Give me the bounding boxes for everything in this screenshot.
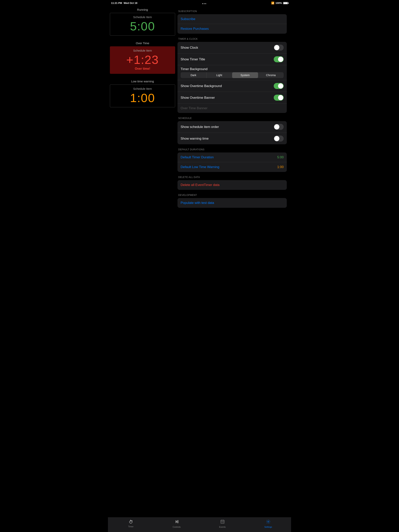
default-timer-duration-value: 5:00 (277, 155, 284, 159)
left-panel: Running Schedule Item 5:00 Over Time Sch… (110, 6, 175, 225)
status-bar-right: 📶 100% (271, 1, 288, 5)
overtime-item-name: Schedule Item (112, 49, 173, 52)
show-overtime-background-row: Show Overtime Background (178, 80, 287, 92)
segment-dark[interactable]: Dark (180, 72, 206, 78)
show-warning-time-row: Show warning time (178, 133, 287, 144)
default-timer-duration-row[interactable]: Default Timer Duration 5:00 (178, 152, 287, 162)
show-clock-label: Show Clock (180, 46, 198, 50)
delete-all-data-group: Delete all EventTimer data (178, 180, 287, 190)
tab-timer-label: Timer (128, 525, 134, 528)
status-date: Wed Oct 19 (123, 1, 137, 5)
show-warning-time-toggle[interactable] (274, 136, 284, 142)
running-timer-box: Schedule Item 5:00 (110, 13, 175, 36)
default-durations-header: DEFAULT DURATIONS (178, 148, 287, 151)
svg-rect-2 (177, 520, 178, 523)
overtime-text: Over time! (112, 67, 173, 70)
show-overtime-banner-toggle[interactable] (274, 95, 284, 101)
timer-tab-icon: ⏱ (129, 519, 133, 525)
battery-icon (283, 2, 288, 4)
lowtime-timer-section: Low time warning Schedule Item 1:00 (110, 80, 175, 107)
default-low-time-warning-value: 1:00 (277, 165, 284, 169)
right-panel: SUBSCRIPTION Subscribe Restore Purchases… (175, 6, 289, 225)
default-low-time-warning-label: Default Low Time Warning (180, 165, 219, 169)
timer-clock-group: Show Clock Show Timer Title Timer Backgr… (178, 42, 287, 113)
tab-timer[interactable]: ⏱ Timer (124, 519, 138, 528)
development-group: Populate with test data (178, 198, 287, 208)
show-overtime-banner-row: Show Overtime Banner (178, 92, 287, 104)
timer-background-label: Timer Background (180, 67, 207, 71)
segment-light[interactable]: Light (206, 72, 232, 78)
events-tab-icon (220, 519, 225, 525)
svg-rect-1 (178, 520, 179, 523)
lowtime-label: Low time warning (110, 80, 175, 83)
running-label: Running (110, 8, 175, 11)
tab-events[interactable]: Events (216, 519, 229, 528)
show-warning-time-label: Show warning time (180, 137, 209, 141)
show-timer-title-row: Show Timer Title (178, 54, 287, 65)
schedule-header: SCHEDULE (178, 117, 287, 120)
delete-all-data-label: Delete all EventTimer data (180, 183, 219, 187)
default-durations-group: Default Timer Duration 5:00 Default Low … (178, 152, 287, 172)
segment-chroma[interactable]: Chroma (258, 72, 284, 78)
main-layout: Running Schedule Item 5:00 Over Time Sch… (108, 6, 291, 225)
restore-purchases-row[interactable]: Restore Purchases (178, 24, 287, 34)
populate-test-data-row[interactable]: Populate with test data (178, 198, 287, 208)
timer-background-segmented[interactable]: Dark Light System Chroma (180, 72, 284, 78)
overtime-time: +1:23 (112, 54, 173, 66)
overtime-timer-box: Schedule Item +1:23 Over time! (110, 46, 175, 74)
default-low-time-warning-row[interactable]: Default Low Time Warning 1:00 (178, 162, 287, 172)
timer-clock-header: TIMER & CLOCK (178, 38, 287, 40)
svg-rect-3 (221, 520, 224, 523)
overtime-banner-placeholder: Over Time Banner (178, 104, 287, 113)
overtime-timer-section: Over Time Schedule Item +1:23 Over time! (110, 41, 175, 74)
show-schedule-item-order-label: Show schedule item order (180, 125, 219, 129)
subscription-group: Subscribe Restore Purchases (178, 14, 287, 34)
tab-controls[interactable]: Controls (170, 519, 184, 528)
show-clock-toggle[interactable] (274, 44, 284, 51)
running-item-name: Schedule Item (112, 15, 173, 19)
tab-events-label: Events (219, 526, 226, 528)
subscription-header: SUBSCRIPTION (178, 10, 287, 13)
settings-tab-icon (266, 519, 270, 525)
show-clock-row: Show Clock (178, 42, 287, 54)
tab-bar: ⏱ Timer Controls Events (108, 517, 291, 532)
default-timer-duration-label: Default Timer Duration (180, 155, 214, 159)
overtime-label: Over Time (110, 41, 175, 45)
show-schedule-item-order-row: Show schedule item order (178, 121, 287, 133)
schedule-group: Show schedule item order Show warning ti… (178, 121, 287, 144)
running-timer-section: Running Schedule Item 5:00 (110, 8, 175, 36)
show-timer-title-toggle[interactable] (274, 56, 284, 62)
development-header: DEVELOPMENT (178, 194, 287, 196)
controls-tab-icon (174, 519, 179, 525)
lowtime-timer-box: Schedule Item 1:00 (110, 84, 175, 107)
subscribe-label: Subscribe (180, 17, 195, 21)
tab-settings-label: Settings (264, 526, 272, 528)
lowtime-time: 1:00 (112, 92, 173, 104)
lowtime-item-name: Schedule Item (112, 87, 173, 90)
show-overtime-background-label: Show Overtime Background (180, 84, 222, 88)
show-overtime-background-toggle[interactable] (274, 83, 284, 89)
segment-system[interactable]: System (232, 72, 258, 78)
tab-controls-label: Controls (173, 526, 180, 528)
show-schedule-item-order-toggle[interactable] (274, 124, 284, 130)
svg-point-11 (268, 521, 269, 522)
running-time: 5:00 (112, 20, 173, 32)
timer-background-row: Timer Background Dark Light System Chrom… (178, 65, 287, 80)
wifi-icon: 📶 (271, 1, 274, 5)
subscribe-row[interactable]: Subscribe (178, 14, 287, 24)
populate-test-data-label: Populate with test data (180, 201, 214, 205)
show-overtime-banner-label: Show Overtime Banner (180, 96, 215, 100)
battery-label: 100% (276, 1, 282, 5)
status-bar: 11:21 PM Wed Oct 19 📶 100% (108, 0, 291, 6)
show-timer-title-label: Show Timer Title (180, 57, 205, 61)
restore-purchases-label: Restore Purchases (180, 27, 209, 31)
tab-settings[interactable]: Settings (261, 519, 275, 528)
status-bar-dots (202, 2, 206, 4)
status-time: 11:21 PM (111, 1, 122, 5)
delete-all-data-header: DELETE ALL DATA (178, 176, 287, 178)
delete-all-data-row[interactable]: Delete all EventTimer data (178, 180, 287, 190)
